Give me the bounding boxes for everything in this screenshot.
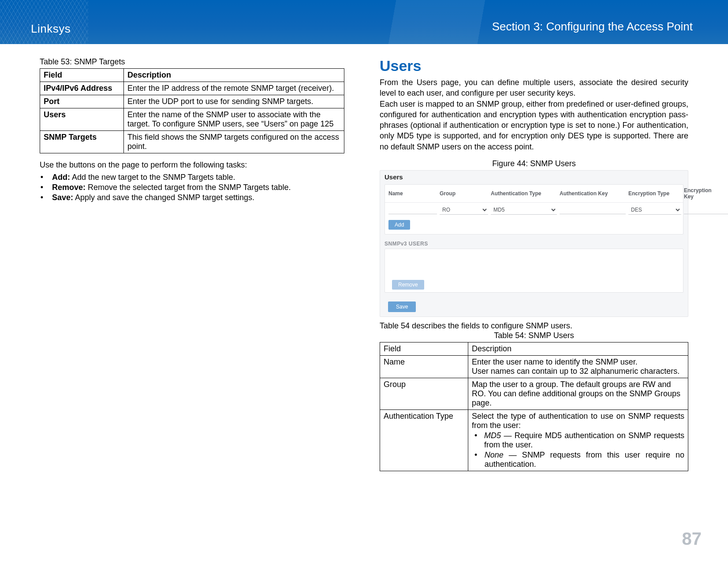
bullet-icon: • <box>40 183 44 192</box>
users-heading: Users <box>380 57 688 74</box>
t54-auth-lead: Select the type of authentication to use… <box>472 412 684 430</box>
snmp-users-panel: Users Name Group Authentication Type Aut… <box>380 170 688 317</box>
t54-desc: Map the user to a group. The default gro… <box>468 378 688 410</box>
task-text: Remove the selected target from the SNMP… <box>86 183 291 192</box>
task-text: Add the new target to the SNMP Targets t… <box>70 173 235 182</box>
table53: Field Description IPv4/IPv6 Address Ente… <box>40 68 344 153</box>
task-text: Apply and save the changed SNMP target s… <box>73 193 254 202</box>
t53-field: SNMP Targets <box>40 131 124 153</box>
t54-field: Authentication Type <box>380 410 468 471</box>
page-header: Linksys Section 3: Configuring the Acces… <box>0 0 728 44</box>
table54-header-desc: Description <box>468 342 688 356</box>
t53-field: Users <box>40 108 124 131</box>
t53-field: IPv4/IPv6 Address <box>40 82 124 95</box>
table54-header-field: Field <box>380 342 468 356</box>
users-input-grid: Name Group Authentication Type Authentic… <box>385 184 683 234</box>
opt-term: MD5 <box>484 431 501 440</box>
opt-term: None <box>485 450 504 459</box>
t53-desc: Enter the IP address of the remote SNMP … <box>124 82 344 95</box>
enc-type-select[interactable]: DES <box>628 205 681 215</box>
snmpv3-users-subhead: SNMPv3 USERS <box>380 237 688 248</box>
right-column: Users From the Users page, you can defin… <box>380 57 688 471</box>
brand-logo-text: Linksys <box>31 22 71 36</box>
snmpv3-users-list: Remove <box>385 249 683 293</box>
col-name: Name <box>388 190 437 197</box>
grid-input-row: RO MD5 DES <box>385 203 683 217</box>
remove-button[interactable]: Remove <box>392 280 424 290</box>
users-intro-1: From the Users page, you can define mult… <box>380 77 688 99</box>
col-enc-type: Encryption Type <box>628 190 681 197</box>
t53-desc: Enter the UDP port to use for sending SN… <box>124 95 344 108</box>
t54-field: Name <box>380 356 468 378</box>
opt-text: — Require MD5 authentication on SNMP req… <box>484 431 684 449</box>
task-term: Remove: <box>52 183 86 192</box>
bullet-icon: • <box>474 450 478 469</box>
col-auth-type: Authentication Type <box>491 190 557 197</box>
panel-title: Users <box>380 171 688 182</box>
grid-header-row: Name Group Authentication Type Authentic… <box>385 185 683 203</box>
table-row: Group Map the user to a group. The defau… <box>380 378 688 410</box>
tasks-intro: Use the buttons on the page to perform t… <box>40 160 344 170</box>
table-row: Port Enter the UDP port to use for sendi… <box>40 95 344 108</box>
opt-text: — SNMP requests from this user require n… <box>485 450 684 469</box>
bullet-icon: • <box>474 431 478 450</box>
t54-desc: Select the type of authentication to use… <box>468 410 688 471</box>
bullet-icon: • <box>40 173 44 182</box>
users-intro-2: Each user is mapped to an SNMP group, ei… <box>380 99 688 152</box>
t53-field: Port <box>40 95 124 108</box>
col-group: Group <box>440 190 488 197</box>
col-auth-key: Authentication Key <box>560 190 626 197</box>
list-item: • None — SNMP requests from this user re… <box>474 450 684 469</box>
save-button[interactable]: Save <box>388 301 416 312</box>
page-number: 87 <box>682 529 702 549</box>
table53-caption: Table 53: SNMP Targets <box>40 57 344 67</box>
figure44-caption: Figure 44: SNMP Users <box>380 159 688 168</box>
t53-desc: Enter the name of the SNMP user to assoc… <box>124 108 344 131</box>
table54-caption: Table 54: SNMP Users <box>380 331 688 340</box>
table-row: IPv4/IPv6 Address Enter the IP address o… <box>40 82 344 95</box>
table53-header-field: Field <box>40 69 124 82</box>
auth-key-input[interactable] <box>560 206 626 214</box>
left-column: Table 53: SNMP Targets Field Description… <box>40 57 344 471</box>
task-term: Save: <box>52 193 73 202</box>
list-item: • Add: Add the new target to the SNMP Ta… <box>40 173 344 182</box>
list-item: • MD5 — Require MD5 authentication on SN… <box>474 431 684 450</box>
auth-type-select[interactable]: MD5 <box>491 205 557 215</box>
t53-desc: This field shows the SNMP targets config… <box>124 131 344 153</box>
page-body: Table 53: SNMP Targets Field Description… <box>0 44 728 471</box>
name-input[interactable] <box>388 206 437 214</box>
add-button[interactable]: Add <box>388 220 410 230</box>
table-row: Name Enter the user name to identify the… <box>380 356 688 378</box>
section-title: Section 3: Configuring the Access Point <box>492 20 693 33</box>
task-term: Add: <box>52 173 70 182</box>
group-select[interactable]: RO <box>440 205 488 215</box>
bullet-icon: • <box>40 193 44 202</box>
table-row: Users Enter the name of the SNMP user to… <box>40 108 344 131</box>
list-item: • Remove: Remove the selected target fro… <box>40 183 344 192</box>
enc-key-input[interactable] <box>684 206 728 214</box>
t54-desc: Enter the user name to identify the SNMP… <box>468 356 688 378</box>
list-item: • Save: Apply and save the changed SNMP … <box>40 193 344 202</box>
tasks-list: • Add: Add the new target to the SNMP Ta… <box>40 173 344 202</box>
table54: Field Description Name Enter the user na… <box>380 342 688 471</box>
table54-intro: Table 54 describes the fields to configu… <box>380 320 688 331</box>
t54-name-line2: User names can contain up to 32 alphanum… <box>472 367 684 376</box>
t54-field: Group <box>380 378 468 410</box>
t54-name-line1: Enter the user name to identify the SNMP… <box>472 357 684 367</box>
table53-header-desc: Description <box>124 69 344 82</box>
table-row: SNMP Targets This field shows the SNMP t… <box>40 131 344 153</box>
col-enc-key: Encryption Key <box>684 187 712 200</box>
table-row: Authentication Type Select the type of a… <box>380 410 688 471</box>
